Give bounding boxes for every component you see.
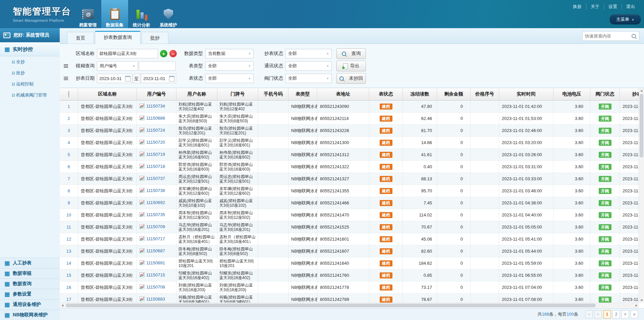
status-badge: 建档 (380, 128, 392, 134)
add-area-button[interactable]: + (160, 50, 167, 57)
table-row[interactable]: 16 曾都区-碧桂园翠山蓝天3街 11150708 刘俊(碧桂园翠山蓝天3街16… (60, 281, 639, 294)
usage-chart-icon[interactable] (140, 128, 145, 133)
cell-user-no: 11150683 (137, 294, 176, 303)
nav-item[interactable]: 统计分析 (128, 0, 155, 30)
nav-item[interactable]: 系统维护 (155, 0, 182, 30)
calendar-icon[interactable] (125, 76, 130, 81)
table-row[interactable]: 12 曾都区-碧桂园翠山蓝天3街 11150717 孟秋月（碧桂园翠山蓝天3街1… (60, 233, 639, 245)
usage-chart-icon[interactable] (140, 297, 145, 302)
sidebar-bottom-item[interactable]: 参数设置 (0, 289, 60, 299)
calendar-icon[interactable] (169, 76, 174, 81)
date-from-input[interactable]: 2023-10-31 (97, 74, 132, 83)
scroll-right-button[interactable] (634, 303, 639, 308)
header-link[interactable]: 退出 (622, 4, 639, 10)
meter-type-select[interactable]: 全部▼ (205, 61, 254, 71)
sidebar-sub-item[interactable]: 全抄 (0, 56, 60, 67)
export-button[interactable]: 导出 (336, 61, 366, 71)
pagination-button[interactable]: « (585, 310, 593, 318)
sidebar-bottom-item[interactable]: 数据审核 (0, 268, 60, 278)
usage-chart-icon[interactable] (140, 116, 145, 121)
sidebar-sub-item[interactable]: 机械表阀门管理 (0, 89, 60, 101)
comm-status-select[interactable]: 全部▼ (285, 61, 332, 71)
pagination-button[interactable]: » (631, 310, 638, 318)
table-row[interactable]: 9 曾都区-碧桂园翠山蓝天3街 11150692 戚岚(碧桂园翠山蓝天3街10座… (60, 197, 639, 209)
usage-chart-icon[interactable] (140, 248, 145, 254)
unread-button[interactable]: 未抄回 (336, 73, 366, 84)
cell-meter-type: NB物联网水表 (288, 245, 317, 257)
tab[interactable]: 批抄 (142, 32, 168, 44)
usage-chart-icon[interactable] (140, 152, 145, 157)
row-index: 2 (60, 113, 78, 125)
scroll-left-button[interactable] (60, 303, 65, 308)
cell-balance: 0 (437, 113, 471, 125)
sidebar-bottom-item[interactable]: 通用设备维护 (0, 299, 60, 310)
read-status-select[interactable]: 全部▼ (285, 49, 332, 58)
header-link[interactable]: 关于 (586, 4, 604, 10)
usage-chart-icon[interactable] (140, 260, 145, 266)
pagination-button[interactable]: > (622, 310, 629, 318)
usage-chart-icon[interactable] (140, 200, 145, 206)
table-row[interactable]: 4 曾都区-碧桂园翠山蓝天3街 11150720 彭学义(碧桂园翠山蓝天3街16… (60, 137, 639, 149)
nav-item[interactable]: 数据采集 (101, 0, 128, 30)
usage-chart-icon[interactable] (140, 236, 145, 242)
header-link[interactable]: 设置 (604, 4, 622, 10)
area-input[interactable] (97, 49, 158, 58)
table-row[interactable]: 11 曾都区-碧桂园翠山蓝天3街 11150709 马志华(碧桂园翠山蓝天3街1… (60, 221, 639, 233)
main-menu-button[interactable]: 主菜单 (610, 14, 641, 24)
table-row[interactable]: 5 曾都区-碧桂园翠山蓝天3街 11150719 柏伟星(碧桂园翠山蓝天3街16… (60, 149, 639, 161)
table-row[interactable]: 14 曾都区-碧桂园翠山蓝天3街 11150691 碧桂园翠山蓝天3街10座20… (60, 257, 639, 269)
header-link[interactable]: 换肤 (569, 4, 586, 10)
sidebar-bottom-item[interactable]: NB物联网表维护 (0, 310, 60, 320)
table-row[interactable]: 8 曾都区-碧桂园翠山蓝天3街 11150738 吴军娜(碧桂园翠山蓝天3街12… (60, 185, 639, 197)
remove-area-button[interactable]: − (169, 50, 177, 57)
table-row[interactable]: 13 曾都区-碧桂园翠山蓝天3街 11150687 田冬梅(碧桂园翠山蓝天3街8… (60, 245, 639, 257)
usage-chart-icon[interactable] (140, 164, 145, 170)
meter-status-select[interactable]: 全部▼ (205, 74, 254, 83)
table-row[interactable]: 15 曾都区-碧桂园翠山蓝天3街 11150715 邹耀东(碧桂园翠山蓝天3街1… (60, 269, 639, 281)
table-row[interactable]: 2 曾都区-碧桂园翠山蓝天3街 11150686 朱大庆(碧桂园翠山蓝天3街8座… (60, 113, 639, 125)
table-row[interactable]: 1 曾都区-碧桂园翠山蓝天3街 11150734 刘权(碧桂园翠山蓝天3街12座… (60, 101, 639, 113)
scroll-up-button[interactable] (639, 88, 644, 93)
nav-item[interactable]: 档案管理 (74, 0, 101, 30)
table-row[interactable]: 7 曾都区-碧桂园翠山蓝天3街 11150737 周运忠(碧桂园翠山蓝天3街12… (60, 173, 639, 185)
cell-door-no: 田冬梅(碧桂园翠山蓝天3街8座502) (217, 245, 258, 257)
pagination-button[interactable]: < (594, 310, 602, 318)
usage-chart-icon[interactable] (140, 140, 145, 145)
table-row[interactable]: 6 曾都区-碧桂园翠山蓝天3街 11150718 郭世强(碧桂园翠山蓝天3街16… (60, 161, 639, 173)
table-row[interactable]: 3 曾都区-碧桂园翠山蓝天3街 11150724 殷浩(碧桂园翠山蓝天3街12座… (60, 125, 639, 137)
vertical-scrollbar[interactable] (639, 88, 644, 303)
query-button[interactable]: 查询 (336, 48, 366, 59)
valve-status-select[interactable]: 全部▼ (285, 74, 332, 83)
sidebar-bottom-item[interactable]: 人工抄表 (0, 258, 60, 268)
search-input[interactable] (583, 34, 632, 39)
tab[interactable]: 抄表数据查询 (95, 31, 141, 44)
horizontal-scroll-thumb[interactable] (66, 304, 596, 307)
table-row[interactable]: 17 曾都区-碧桂园翠山蓝天3街 11150683 何巍(碧桂园翠山蓝天3街8座… (60, 294, 639, 303)
table-header-row: 区域名称 用户编号 用户名称 门牌号 手机号码 表类型 表地址 表状态 冻结读数… (60, 88, 639, 101)
cell-read-time: 2023-11-01 (620, 173, 639, 185)
search-icon[interactable] (632, 34, 636, 38)
usage-chart-icon[interactable] (140, 104, 145, 109)
usage-chart-icon[interactable] (140, 272, 145, 278)
usage-chart-icon[interactable] (140, 212, 145, 218)
usage-chart-icon[interactable] (140, 176, 145, 182)
usage-chart-icon[interactable] (140, 224, 145, 230)
sidebar-bottom-item[interactable]: 数据查询 (0, 278, 60, 289)
horizontal-scrollbar[interactable] (60, 303, 639, 308)
sidebar-item-realtime-reading[interactable]: 实时抄控 (0, 42, 60, 56)
pagination-button[interactable]: 1 (603, 310, 611, 318)
usage-chart-icon[interactable] (140, 284, 145, 290)
fuzzy-field-select[interactable]: 用户编号▼ (97, 61, 138, 71)
usage-chart-icon[interactable] (140, 188, 145, 194)
sidebar-sub-item[interactable]: 批抄 (0, 67, 60, 78)
fuzzy-input[interactable] (139, 61, 176, 71)
sidebar-sub-item[interactable]: 远程控制 (0, 78, 60, 89)
pagination-button[interactable]: 2 (612, 310, 620, 318)
date-to-input[interactable]: 2023-11-01 (141, 74, 176, 83)
vertical-scroll-thumb[interactable] (640, 94, 643, 157)
data-type-select[interactable]: 当前数据▼ (205, 49, 254, 58)
table-row[interactable]: 10 曾都区-碧桂园翠山蓝天3街 11150735 周本智(碧桂园翠山蓝天3街1… (60, 209, 639, 221)
tab[interactable]: 首页 (67, 32, 94, 44)
select-all-header[interactable] (60, 88, 78, 101)
scroll-down-button[interactable] (639, 298, 644, 303)
